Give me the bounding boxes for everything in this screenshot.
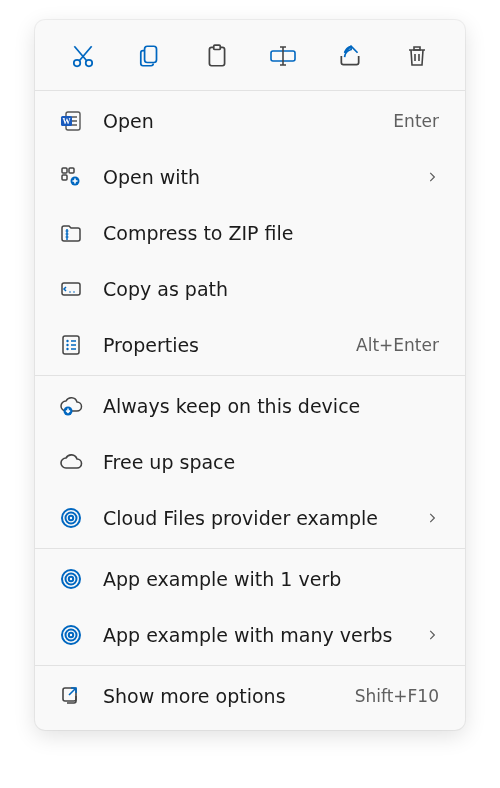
separator <box>35 548 465 549</box>
svg-point-14 <box>69 291 71 293</box>
svg-point-17 <box>66 340 68 342</box>
menu-item-accel: Alt+Enter <box>356 335 439 355</box>
context-menu: W Open Enter Open with Compress to ZIP f… <box>35 20 465 730</box>
menu-item-compress-zip[interactable]: Compress to ZIP file <box>35 205 465 261</box>
cloud-icon <box>58 452 84 472</box>
svg-point-25 <box>66 574 77 585</box>
copy-button[interactable] <box>130 36 170 76</box>
svg-point-23 <box>69 516 73 520</box>
menu-item-label: Always keep on this device <box>103 395 439 417</box>
svg-point-29 <box>69 633 73 637</box>
svg-point-1 <box>86 60 93 67</box>
copy-icon <box>137 43 163 69</box>
menu-item-copy-as-path[interactable]: Copy as path <box>35 261 465 317</box>
share-button[interactable] <box>330 36 370 76</box>
menu-item-label: Open with <box>103 166 407 188</box>
menu-item-open[interactable]: W Open Enter <box>35 93 465 149</box>
menu-item-open-with[interactable]: Open with <box>35 149 465 205</box>
menu-item-properties[interactable]: Properties Alt+Enter <box>35 317 465 373</box>
open-with-icon <box>59 165 83 189</box>
chevron-right-icon <box>425 628 439 642</box>
menu-item-show-more[interactable]: Show more options Shift+F10 <box>35 668 465 724</box>
menu-item-label: App example with many verbs <box>103 624 407 646</box>
rename-button[interactable] <box>263 36 303 76</box>
svg-point-28 <box>66 630 77 641</box>
separator <box>35 665 465 666</box>
menu-item-always-keep[interactable]: Always keep on this device <box>35 378 465 434</box>
svg-point-22 <box>66 513 77 524</box>
svg-point-0 <box>74 60 81 67</box>
svg-rect-10 <box>62 175 67 180</box>
separator <box>35 90 465 91</box>
properties-icon <box>59 333 83 357</box>
svg-rect-4 <box>213 45 220 49</box>
svg-rect-9 <box>62 168 67 173</box>
menu-item-label: App example with 1 verb <box>103 568 439 590</box>
chevron-right-icon <box>425 170 439 184</box>
svg-point-18 <box>66 344 68 346</box>
spiral-icon <box>59 623 83 647</box>
menu-item-accel: Shift+F10 <box>355 686 439 706</box>
menu-item-free-up-space[interactable]: Free up space <box>35 434 465 490</box>
menu-item-label: Cloud Files provider example <box>103 507 407 529</box>
expand-icon <box>59 684 83 708</box>
delete-button[interactable] <box>397 36 437 76</box>
menu-item-label: Open <box>103 110 375 132</box>
zip-icon <box>59 221 83 245</box>
path-icon <box>59 277 83 301</box>
rename-icon <box>269 43 297 69</box>
svg-point-26 <box>69 577 73 581</box>
menu-item-label: Copy as path <box>103 278 439 300</box>
paste-icon <box>204 43 230 69</box>
menu-item-label: Properties <box>103 334 338 356</box>
menu-item-label: Show more options <box>103 685 337 707</box>
menu-item-app-one-verb[interactable]: App example with 1 verb <box>35 551 465 607</box>
delete-icon <box>405 43 429 69</box>
separator <box>35 375 465 376</box>
svg-point-15 <box>73 291 75 293</box>
menu-item-label: Free up space <box>103 451 439 473</box>
menu-item-accel: Enter <box>393 111 439 131</box>
menu-item-app-many-verbs[interactable]: App example with many verbs <box>35 607 465 663</box>
cloud-pin-icon <box>58 395 84 417</box>
cut-icon <box>70 43 96 69</box>
svg-rect-11 <box>69 168 74 173</box>
toolbar <box>35 26 465 88</box>
svg-text:W: W <box>63 117 71 126</box>
menu-item-cloud-provider[interactable]: Cloud Files provider example <box>35 490 465 546</box>
spiral-icon <box>59 506 83 530</box>
paste-button[interactable] <box>197 36 237 76</box>
word-doc-icon: W <box>59 109 83 133</box>
chevron-right-icon <box>425 511 439 525</box>
svg-point-19 <box>66 348 68 350</box>
cut-button[interactable] <box>63 36 103 76</box>
svg-rect-2 <box>144 46 156 62</box>
share-icon <box>337 43 363 69</box>
spiral-icon <box>59 567 83 591</box>
menu-item-label: Compress to ZIP file <box>103 222 439 244</box>
